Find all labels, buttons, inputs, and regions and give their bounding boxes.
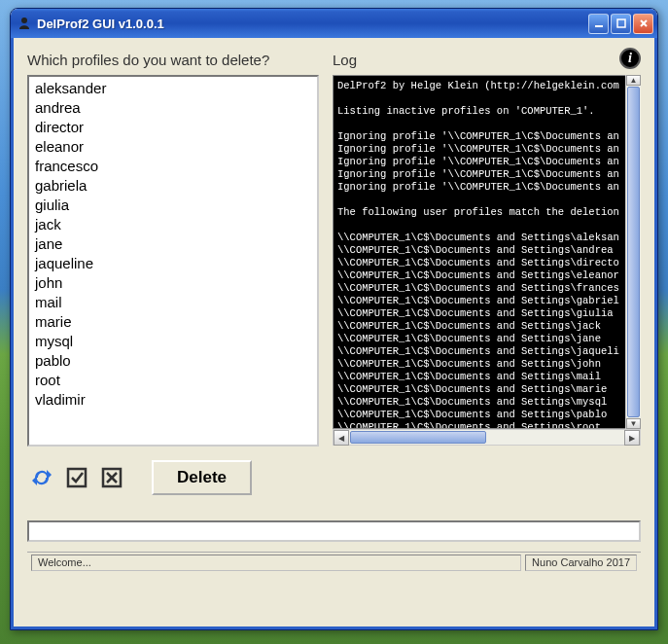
profile-item[interactable]: mysql [33, 332, 313, 351]
app-icon [17, 16, 32, 31]
scroll-left-icon[interactable]: ◀ [334, 430, 349, 446]
close-button[interactable] [633, 14, 653, 34]
log-label: Log [333, 50, 641, 69]
deselect-all-icon [100, 466, 123, 489]
toolbar: Delete [27, 460, 641, 495]
profile-item[interactable]: andrea [33, 98, 313, 118]
svg-rect-2 [617, 19, 625, 27]
profile-item[interactable]: director [33, 118, 313, 137]
status-right: Nuno Carvalho 2017 [525, 555, 637, 571]
profile-item[interactable]: eleanor [33, 137, 313, 157]
deselect-all-button[interactable] [97, 464, 126, 491]
profiles-label: Which profiles do you want to delete? [27, 50, 319, 69]
svg-rect-5 [68, 469, 86, 486]
select-all-icon [65, 466, 88, 489]
profile-item[interactable]: john [33, 273, 313, 293]
delete-button[interactable]: Delete [152, 460, 252, 495]
profile-listbox[interactable]: aleksanderandreadirectoreleanorfrancesco… [27, 75, 319, 447]
window-controls [588, 14, 653, 34]
profile-item[interactable]: marie [33, 312, 313, 332]
profile-item[interactable]: root [33, 371, 313, 390]
refresh-button[interactable] [27, 464, 56, 491]
hscroll-track[interactable] [349, 430, 624, 445]
titlebar[interactable]: DelProf2 GUI v1.0.0.1 [11, 9, 657, 38]
minimize-button[interactable] [588, 14, 609, 34]
scroll-track[interactable] [626, 86, 641, 418]
profile-item[interactable]: aleksander [33, 79, 313, 98]
scroll-down-icon[interactable]: ▼ [626, 418, 641, 429]
window-title: DelProf2 GUI v1.0.0.1 [37, 17, 588, 31]
profile-item[interactable]: mail [33, 293, 313, 312]
refresh-icon [29, 466, 54, 489]
log-text: DelProf2 by Helge Klein (http://helgekle… [337, 80, 619, 429]
profile-item[interactable]: pablo [33, 351, 313, 371]
svg-rect-1 [595, 25, 603, 27]
profile-item[interactable]: francesco [33, 157, 313, 176]
profile-item[interactable]: jaqueline [33, 254, 313, 273]
profile-item[interactable]: vladimir [33, 390, 313, 410]
app-window: DelProf2 GUI v1.0.0.1 Which profiles do … [10, 8, 658, 630]
profile-item[interactable]: jane [33, 234, 313, 254]
log-horizontal-scrollbar[interactable]: ◀ ▶ [333, 429, 641, 446]
log-vertical-scrollbar[interactable]: ▲ ▼ [625, 75, 641, 429]
progress-bar [27, 520, 641, 542]
profile-item[interactable]: gabriela [33, 176, 313, 196]
profile-item[interactable]: jack [33, 215, 313, 234]
select-all-button[interactable] [62, 464, 91, 491]
status-bar: Welcome... Nuno Carvalho 2017 [27, 552, 641, 571]
hscroll-thumb[interactable] [350, 431, 486, 444]
profile-item[interactable]: giulia [33, 196, 313, 215]
maximize-button[interactable] [611, 14, 631, 34]
log-output[interactable]: DelProf2 by Helge Klein (http://helgekle… [333, 75, 641, 429]
scroll-thumb[interactable] [627, 87, 640, 417]
info-button[interactable]: i [619, 48, 641, 69]
status-left: Welcome... [31, 555, 521, 571]
scroll-right-icon[interactable]: ▶ [624, 430, 640, 446]
client-area: Which profiles do you want to delete? al… [11, 38, 657, 629]
svg-point-0 [21, 18, 27, 23]
scroll-up-icon[interactable]: ▲ [626, 75, 641, 86]
